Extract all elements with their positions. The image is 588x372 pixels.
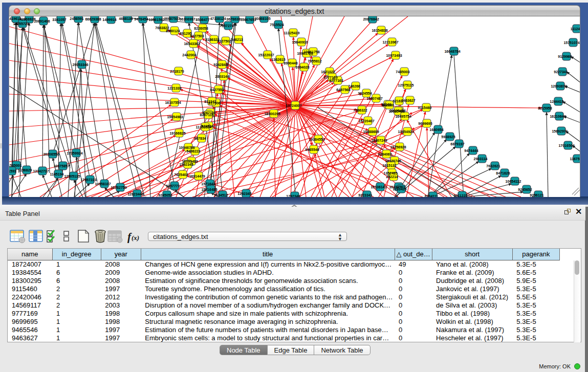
svg-text:19654983: 19654983 — [167, 115, 183, 119]
svg-text:9227341: 9227341 — [554, 70, 568, 74]
svg-text:7632621: 7632621 — [486, 164, 500, 168]
svg-text:9777163: 9777163 — [329, 79, 343, 82]
svg-text:6879197: 6879197 — [450, 142, 464, 146]
svg-text:15640910: 15640910 — [292, 40, 308, 44]
svg-text:11325419: 11325419 — [284, 31, 300, 35]
svg-text:2803144: 2803144 — [215, 75, 229, 78]
svg-text:9699695: 9699695 — [418, 122, 432, 125]
svg-text:20876842: 20876842 — [363, 17, 379, 21]
svg-text:18300295: 18300295 — [264, 112, 280, 116]
svg-text:7357274: 7357274 — [220, 24, 233, 28]
svg-text:9223341: 9223341 — [358, 193, 372, 197]
svg-text:9242848: 9242848 — [213, 63, 227, 67]
svg-text:6994028: 6994028 — [295, 65, 309, 69]
svg-text:8427552: 8427552 — [210, 88, 224, 92]
svg-text:1592345: 1592345 — [179, 163, 193, 166]
svg-text:9478454: 9478454 — [134, 17, 148, 21]
svg-text:2933114: 2933114 — [474, 157, 488, 161]
svg-text:9011223: 9011223 — [454, 194, 468, 198]
svg-text:12213967: 12213967 — [382, 40, 398, 44]
svg-text:16210643: 16210643 — [550, 115, 565, 118]
svg-text:1621022: 1621022 — [321, 70, 335, 74]
svg-text:9327503: 9327503 — [190, 34, 204, 38]
svg-text:11124: 11124 — [571, 27, 580, 31]
svg-text:13654923: 13654923 — [398, 130, 413, 134]
svg-text:3678638: 3678638 — [226, 17, 240, 21]
svg-text:8536477: 8536477 — [195, 18, 209, 21]
svg-text:9129966: 9129966 — [558, 55, 572, 58]
svg-text:1615132: 1615132 — [382, 164, 396, 167]
svg-text:11353594: 11353594 — [196, 125, 212, 129]
svg-text:15720407: 15720407 — [358, 119, 374, 123]
svg-text:16914479: 16914479 — [189, 174, 205, 178]
svg-text:2718170: 2718170 — [170, 70, 184, 73]
svg-text:8215958: 8215958 — [538, 106, 552, 110]
svg-text:887834: 887834 — [194, 137, 206, 140]
svg-text:19166825: 19166825 — [169, 132, 185, 135]
svg-text:6497568: 6497568 — [336, 88, 350, 92]
svg-text:2442004: 2442004 — [182, 53, 196, 57]
svg-text:16648784: 16648784 — [444, 50, 460, 53]
svg-text:19724007: 19724007 — [286, 104, 301, 107]
svg-text:9356121: 9356121 — [530, 193, 543, 197]
svg-text:36687537: 36687537 — [164, 17, 180, 20]
svg-text:9115460: 9115460 — [418, 106, 432, 110]
svg-text:746266: 746266 — [348, 84, 360, 88]
svg-text:16543362: 16543362 — [184, 42, 200, 46]
svg-text:47338124: 47338124 — [210, 17, 226, 20]
svg-text:29053346: 29053346 — [72, 63, 88, 67]
svg-text:66306997: 66306997 — [179, 17, 195, 21]
svg-text:3341057: 3341057 — [52, 18, 66, 21]
svg-text:1535001: 1535001 — [9, 164, 22, 167]
svg-text:19384554: 19384554 — [309, 138, 324, 141]
svg-text:12093872: 12093872 — [551, 84, 567, 88]
svg-text:10975857: 10975857 — [53, 164, 69, 168]
svg-text:12975115: 12975115 — [398, 83, 414, 87]
svg-text:18807249: 18807249 — [371, 139, 387, 142]
svg-text:7986322: 7986322 — [353, 108, 367, 112]
svg-text:546213: 546213 — [231, 38, 243, 41]
svg-text:17957223: 17957223 — [80, 178, 96, 182]
svg-text:10025438: 10025438 — [388, 110, 404, 113]
svg-text:15692971: 15692971 — [552, 129, 568, 133]
svg-text:9465546: 9465546 — [305, 148, 319, 151]
svg-text:1292345: 1292345 — [237, 192, 251, 195]
svg-text:15751074: 15751074 — [563, 41, 579, 45]
svg-text:16107554: 16107554 — [165, 101, 181, 104]
svg-text:30868105: 30868105 — [254, 17, 270, 20]
svg-text:15716485: 15716485 — [201, 188, 217, 191]
svg-text:55667651: 55667651 — [240, 18, 256, 21]
svg-text:1145194: 1145194 — [50, 172, 64, 176]
svg-text:14055724: 14055724 — [13, 22, 29, 26]
svg-text:17016504: 17016504 — [558, 144, 574, 147]
svg-text:15322037: 15322037 — [258, 53, 274, 57]
svg-text:7515524: 7515524 — [270, 23, 284, 27]
svg-text:9134512: 9134512 — [214, 193, 228, 197]
svg-text:17359924: 17359924 — [67, 151, 82, 155]
svg-text:1244415: 1244415 — [550, 100, 563, 103]
svg-text:8471626: 8471626 — [496, 171, 510, 175]
svg-text:10807487: 10807487 — [366, 97, 382, 100]
svg-text:12342737: 12342737 — [33, 169, 49, 173]
svg-text:10961758: 10961758 — [303, 50, 319, 54]
svg-text:66629388: 66629388 — [85, 17, 101, 21]
svg-text:3624554: 3624554 — [358, 92, 372, 95]
svg-text:362160: 362160 — [382, 103, 394, 107]
svg-text:1221339: 1221339 — [167, 86, 181, 90]
svg-text:8226058: 8226058 — [194, 27, 208, 30]
svg-text:(x): (x) — [132, 234, 139, 242]
svg-text:20206556: 20206556 — [43, 152, 59, 156]
svg-text:1640954: 1640954 — [429, 128, 443, 132]
svg-text:7485003: 7485003 — [396, 70, 409, 74]
svg-text:1733426: 1733426 — [393, 187, 406, 191]
svg-text:812341: 812341 — [204, 100, 216, 103]
svg-text:16154838: 16154838 — [372, 29, 387, 32]
svg-text:10973493: 10973493 — [386, 54, 402, 57]
svg-text:9245652: 9245652 — [518, 188, 532, 191]
svg-text:9327502: 9327502 — [217, 39, 231, 43]
svg-text:5498222: 5498222 — [186, 149, 200, 153]
svg-text:19756928: 19756928 — [390, 145, 406, 149]
svg-text:1352485: 1352485 — [383, 171, 397, 175]
svg-text:5938925: 5938925 — [441, 135, 455, 139]
svg-text:9463627: 9463627 — [401, 99, 415, 102]
